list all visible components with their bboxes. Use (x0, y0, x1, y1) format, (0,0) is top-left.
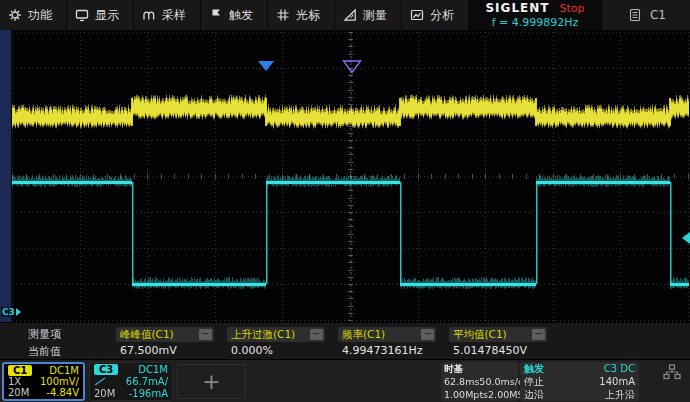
cursor-icon (276, 8, 290, 22)
menu-trigger[interactable]: 触发 (201, 0, 268, 30)
measurement-value-row-label: 当前值 (28, 344, 61, 359)
c3-position-marker[interactable]: C3 (1, 307, 22, 317)
clipboard-icon[interactable] (629, 8, 641, 22)
oscilloscope-screen: 功能 显示 采样 触发 光标 测量 分析 SIGLENT (0, 0, 690, 402)
trigger-level: 140mA (599, 376, 635, 387)
active-channel-indicator[interactable]: C1 (650, 8, 666, 22)
menu-cursors[interactable]: 光标 (268, 0, 335, 30)
menu-display[interactable]: 显示 (67, 0, 134, 30)
timebase-box[interactable]: 时基 62.8ms 50.0ms/div 1.00Mpts 2.00MSa/s (441, 362, 518, 401)
status-brand-box: SIGLENT Stop f = 4.999892Hz (469, 0, 602, 30)
run-state-indicator[interactable]: Stop (560, 2, 585, 15)
minimize-measurement-button[interactable]: − (199, 329, 212, 340)
c1-attenuation: 1X (8, 376, 21, 387)
measure-icon (343, 8, 357, 22)
menu-analysis[interactable]: 分析 (402, 0, 469, 30)
add-channel-button[interactable]: + (177, 364, 246, 399)
channel-box-c1[interactable]: C1 DC1M 1X 100mV/ 20M -4.84V (2, 362, 85, 401)
trigger-title: 触发 (524, 363, 544, 374)
timebase-title: 时基 (444, 363, 463, 374)
c3-scale: 66.7mA/ (126, 376, 168, 387)
minimize-measurement-button[interactable]: − (532, 329, 545, 340)
measurement-pill-frequency[interactable]: 频率(C1) − (338, 327, 436, 342)
trigger-source: C3 DC (604, 363, 635, 374)
menu-utility[interactable]: 功能 (0, 0, 67, 30)
gear-icon (8, 8, 22, 22)
c3-badge: C3 (94, 364, 118, 375)
measurement-value-mean: 5.01478450V (453, 344, 527, 357)
siglent-logo: SIGLENT (485, 1, 549, 15)
measurement-pill-vpp[interactable]: 峰峰值(C1) − (116, 327, 214, 342)
c3-bandwidth: 20M (94, 388, 115, 399)
measurement-value-vpp: 67.500mV (120, 344, 177, 357)
trigger-delay-marker[interactable] (342, 60, 362, 74)
menu-acquire[interactable]: 采样 (134, 0, 201, 30)
minimize-measurement-button[interactable]: − (421, 329, 434, 340)
acquire-icon (142, 8, 156, 22)
c1-coupling: DC1M (49, 365, 79, 376)
measurement-item-row-label: 测量项 (28, 327, 61, 342)
trigger-mode: 停止 (524, 376, 544, 387)
channel-box-c3[interactable]: C3 DC1M 66.7mA/ 20M -196mA (89, 362, 173, 401)
lan-network-icon[interactable] (663, 364, 681, 380)
analysis-icon (410, 8, 424, 22)
c3-marker-arrow-icon (16, 308, 21, 316)
top-menu-bar: 功能 显示 采样 触发 光标 测量 分析 SIGLENT (0, 0, 690, 30)
trigger-type: 边沿 (524, 389, 544, 400)
minimize-measurement-button[interactable]: − (310, 329, 323, 340)
c3-coupling: DC1M (138, 364, 168, 375)
horizontal-position-marker[interactable] (258, 61, 274, 71)
c1-offset: -4.84V (46, 387, 79, 398)
trigger-box[interactable]: 触发 C3 DC 停止 140mA 边沿 上升沿 (520, 362, 639, 401)
trigger-slope: 上升沿 (605, 389, 635, 400)
c1-scale: 100mV/ (40, 376, 79, 387)
trigger-frequency-readout: f = 4.999892Hz (492, 16, 579, 29)
menu-measure[interactable]: 测量 (335, 0, 402, 30)
current-probe-icon (94, 377, 106, 386)
display-icon (75, 8, 89, 22)
menu-analysis-label: 分析 (430, 7, 454, 24)
timebase-delay: 62.8ms (444, 376, 479, 387)
menu-utility-label: 功能 (28, 7, 52, 24)
measurement-panel: 测量项 当前值 峰峰值(C1) − 上升过激(C1) − 频率(C1) − 平均… (0, 322, 690, 359)
c1-bandwidth: 20M (8, 387, 29, 398)
menu-cursors-label: 光标 (296, 7, 320, 24)
c3-offset: -196mA (129, 388, 168, 399)
menu-display-label: 显示 (95, 7, 119, 24)
menu-measure-label: 测量 (363, 7, 387, 24)
menu-acquire-label: 采样 (162, 7, 186, 24)
menu-trigger-label: 触发 (229, 7, 253, 24)
measurement-value-frequency: 4.99473161Hz (342, 344, 423, 357)
waveform-display[interactable]: C3 C1 (0, 30, 690, 322)
measurement-pill-overshoot[interactable]: 上升过激(C1) − (227, 327, 325, 342)
timebase-points: 1.00Mpts (444, 389, 488, 400)
bottom-status-bar: C1 DC1M 1X 100mV/ 20M -4.84V C3 DC1M 66.… (0, 359, 690, 402)
measurement-value-overshoot: 0.000% (231, 344, 273, 357)
trigger-flag-icon (209, 8, 223, 22)
measurement-pill-mean[interactable]: 平均值(C1) − (449, 327, 547, 342)
trigger-level-marker[interactable] (682, 232, 690, 244)
c1-badge: C1 (8, 365, 32, 376)
